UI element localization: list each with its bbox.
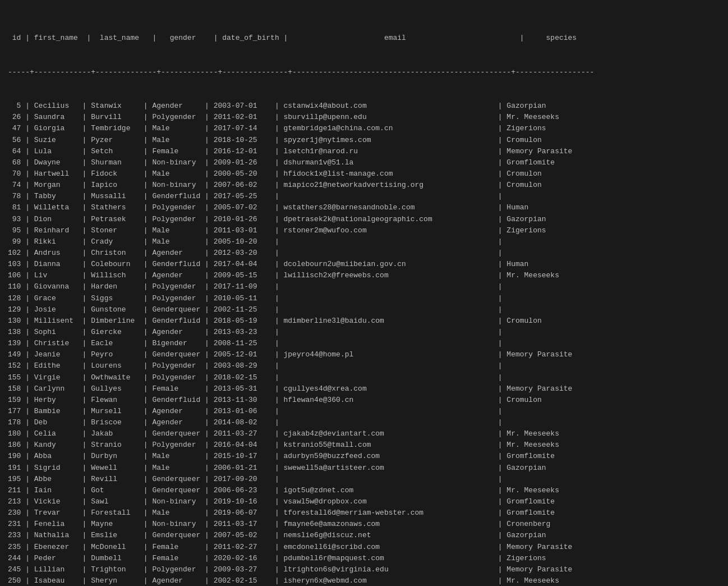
table-row: 64 | Lula | Setch | Female | 2016-12-01 …: [8, 146, 720, 157]
table-separator: -----+-------------+--------------+-----…: [8, 67, 720, 78]
table-row: 81 | Willetta | Stathers | Polygender | …: [8, 202, 720, 213]
table-row: 56 | Suzie | Pyzer | Male | 2018-10-25 |…: [8, 135, 720, 146]
table-row: 93 | Dion | Petrasek | Polygender | 2010…: [8, 214, 720, 225]
table-row: 155 | Virgie | Owthwaite | Polygender | …: [8, 372, 720, 383]
table-row: 250 | Isabeau | Sheryn | Agender | 2002-…: [8, 575, 720, 586]
table-row: 103 | Dianna | Colebourn | Genderfluid |…: [8, 259, 720, 270]
table-row: 106 | Liv | Willisch | Agender | 2009-05…: [8, 270, 720, 281]
table-row: 211 | Iain | Got | Genderqueer | 2006-06…: [8, 485, 720, 496]
table-row: 190 | Abba | Durbyn | Male | 2015-10-17 …: [8, 451, 720, 462]
table-row: 152 | Edithe | Lourens | Polygender | 20…: [8, 360, 720, 372]
table-row: 47 | Giorgia | Tembridge | Male | 2017-0…: [8, 123, 720, 134]
table-container: id | first_name | last_name | gender | d…: [8, 10, 720, 586]
table-row: 5 | Cecilius | Stanwix | Agender | 2003-…: [8, 100, 720, 112]
table-row: 195 | Abbe | Revill | Genderqueer | 2017…: [8, 474, 720, 485]
table-row: 26 | Saundra | Burvill | Polygender | 20…: [8, 112, 720, 123]
table-row: 233 | Nathalia | Emslie | Genderqueer | …: [8, 530, 720, 541]
table-row: 149 | Jeanie | Peyro | Genderqueer | 200…: [8, 349, 720, 360]
table-body: 5 | Cecilius | Stanwix | Agender | 2003-…: [8, 100, 720, 586]
table-row: 95 | Reinhard | Stoner | Male | 2011-03-…: [8, 225, 720, 236]
terminal-window: id | first_name | last_name | gender | d…: [6, 6, 722, 586]
table-row: 78 | Tabby | Mussalli | Genderfluid | 20…: [8, 191, 720, 202]
table-row: 129 | Josie | Gunstone | Genderqueer | 2…: [8, 304, 720, 315]
table-row: 99 | Rikki | Crady | Male | 2005-10-20 |…: [8, 236, 720, 248]
table-row: 70 | Hartwell | Fidock | Male | 2000-05-…: [8, 168, 720, 180]
table-row: 177 | Bambie | Mursell | Agender | 2013-…: [8, 406, 720, 417]
table-row: 180 | Celia | Jakab | Genderqueer | 2011…: [8, 428, 720, 439]
table-row: 186 | Kandy | Stranio | Polygender | 201…: [8, 439, 720, 451]
table-row: 138 | Sophi | Giercke | Agender | 2013-0…: [8, 327, 720, 338]
table-row: 130 | Millisent | Dimberline | Genderflu…: [8, 315, 720, 327]
table-row: 74 | Morgan | Iapico | Non-binary | 2007…: [8, 180, 720, 191]
table-row: 110 | Giovanna | Harden | Polygender | 2…: [8, 281, 720, 292]
table-row: 235 | Ebenezer | McDonell | Female | 201…: [8, 542, 720, 553]
table-row: 102 | Andrus | Christon | Agender | 2012…: [8, 248, 720, 259]
table-row: 245 | Lillian | Trighton | Polygender | …: [8, 564, 720, 575]
table-header: id | first_name | last_name | gender | d…: [8, 33, 720, 44]
table-row: 191 | Sigrid | Wewell | Male | 2006-01-2…: [8, 463, 720, 474]
table-row: 244 | Peder | Dumbell | Female | 2020-02…: [8, 553, 720, 564]
table-row: 159 | Herby | Flewan | Genderfluid | 201…: [8, 395, 720, 406]
table-row: 128 | Grace | Siggs | Polygender | 2010-…: [8, 293, 720, 304]
table-row: 213 | Vickie | Sawl | Non-binary | 2019-…: [8, 496, 720, 507]
table-row: 231 | Fenelia | Mayne | Non-binary | 201…: [8, 519, 720, 530]
table-row: 230 | Trevar | Forestall | Male | 2019-0…: [8, 507, 720, 519]
table-row: 68 | Dwayne | Shurman | Non-binary | 200…: [8, 157, 720, 168]
table-row: 139 | Christie | Eacle | Bigender | 2008…: [8, 338, 720, 349]
table-row: 178 | Deb | Briscoe | Agender | 2014-08-…: [8, 417, 720, 428]
table-row: 158 | Carlynn | Gullyes | Female | 2013-…: [8, 383, 720, 395]
